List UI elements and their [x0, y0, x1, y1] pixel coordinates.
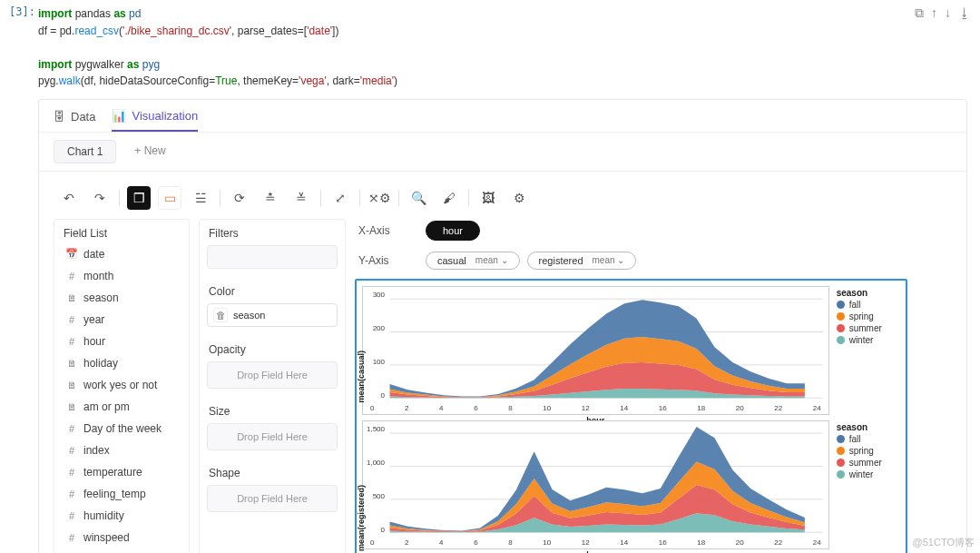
- measure-icon: #: [65, 510, 78, 521]
- measure-icon: #: [65, 271, 78, 281]
- dimension-icon: 🗎: [65, 401, 78, 412]
- measure-icon: #: [65, 445, 78, 456]
- move-up-icon[interactable]: ↑: [931, 5, 937, 20]
- color-title: Color: [207, 283, 338, 303]
- field-list-title: Field List: [54, 220, 189, 243]
- x-axis-label: X-Axis: [358, 224, 409, 237]
- legend: seasonfallspringsummerwinter: [837, 286, 900, 415]
- sort-asc-button[interactable]: ≛: [259, 186, 282, 210]
- opacity-title: Opacity: [207, 341, 338, 361]
- cell-actions: ⧉↑↓⭳: [915, 5, 971, 90]
- y-axis-label: Y-Axis: [358, 254, 409, 267]
- tab-visualization[interactable]: 📊Visualization: [112, 109, 198, 132]
- tab-data[interactable]: 🗄Data: [54, 109, 95, 132]
- field-year[interactable]: #year: [60, 309, 183, 331]
- layers-button[interactable]: ☱: [189, 186, 212, 210]
- shape-title: Shape: [207, 465, 338, 485]
- plot-mean(registered): mean(registered)hour1,5001,0005000024681…: [362, 420, 829, 549]
- undo-button[interactable]: ↶: [57, 186, 81, 210]
- field-humidity[interactable]: #humidity: [60, 505, 183, 527]
- size-title: Size: [207, 403, 338, 423]
- cell-prompt: [3]:: [9, 5, 38, 90]
- y-pill-casual[interactable]: casualmean ⌄: [426, 252, 520, 270]
- y-pill-registered[interactable]: registeredmean ⌄: [527, 252, 637, 270]
- download-icon[interactable]: ⭳: [958, 5, 971, 20]
- plot-mean(casual): mean(casual)hour300200100002468101214161…: [362, 286, 829, 415]
- copy-icon[interactable]: ⧉: [915, 5, 924, 21]
- field-season[interactable]: 🗎season: [60, 287, 183, 309]
- image-button[interactable]: 🖼: [476, 186, 500, 210]
- trash-icon[interactable]: 🗑: [213, 308, 228, 322]
- field-temperature[interactable]: #temperature: [60, 461, 183, 483]
- sort-desc-button[interactable]: ≚: [289, 186, 313, 210]
- field-work-yes-or-not[interactable]: 🗎work yes or not: [60, 374, 183, 396]
- move-down-icon[interactable]: ↓: [945, 5, 951, 20]
- dimension-icon: 🗎: [65, 358, 78, 369]
- opacity-dropzone[interactable]: Drop Field Here: [207, 361, 338, 389]
- field-holiday[interactable]: 🗎holiday: [60, 352, 183, 374]
- x-pill-hour[interactable]: hour: [426, 221, 480, 241]
- select-button[interactable]: ▭: [158, 186, 181, 210]
- date-icon: 📅: [65, 248, 78, 260]
- brush-button[interactable]: 🖌: [437, 186, 461, 210]
- measure-icon: #: [65, 423, 78, 434]
- measure-icon: #: [65, 314, 78, 325]
- field-month[interactable]: #month: [60, 265, 183, 287]
- refresh-button[interactable]: ⟳: [228, 186, 251, 210]
- color-chip-season[interactable]: 🗑 season: [207, 303, 338, 327]
- dimension-icon: 🗎: [65, 380, 78, 390]
- filters-dropzone[interactable]: [207, 245, 338, 269]
- field-winspeed[interactable]: #winspeed: [60, 527, 183, 548]
- field-hour[interactable]: #hour: [60, 331, 183, 352]
- field-index[interactable]: #index: [60, 439, 183, 461]
- filters-title: Filters: [207, 225, 338, 245]
- redo-button[interactable]: ↷: [88, 186, 112, 210]
- measure-icon: #: [65, 467, 78, 478]
- measure-icon: #: [65, 336, 78, 347]
- size-dropzone[interactable]: Drop Field Here: [207, 423, 338, 450]
- chart-canvas[interactable]: mean(casual)hour300200100002468101214161…: [355, 279, 907, 553]
- code-block: import pandas as pd df = pd.read_csv('./…: [38, 5, 915, 90]
- field-am-or-pm[interactable]: 🗎am or pm: [60, 396, 183, 418]
- settings-button[interactable]: ⚙: [507, 186, 531, 210]
- dimension-icon: 🗎: [65, 292, 78, 303]
- field-feeling_temp[interactable]: #feeling_temp: [60, 483, 183, 505]
- field-casual[interactable]: #casual: [60, 548, 183, 553]
- measure-icon: #: [65, 489, 78, 499]
- chart-icon: 📊: [112, 109, 126, 123]
- chart-tab-1[interactable]: Chart 1: [54, 140, 116, 163]
- transpose-button[interactable]: ⤢: [328, 186, 352, 210]
- legend: seasonfallspringsummerwinter: [837, 420, 900, 549]
- field-Day-of-the-week[interactable]: #Day of the week: [60, 418, 183, 439]
- shape-dropzone[interactable]: Drop Field Here: [207, 485, 338, 512]
- output-panel: 🗄Data 📊Visualization Chart 1 + New ↶ ↷ ❒…: [38, 99, 967, 553]
- database-icon: 🗄: [54, 110, 65, 123]
- zoom-button[interactable]: 🔍: [407, 186, 430, 210]
- toolbar: ↶ ↷ ❒ ▭ ☱ ⟳ ≛ ≚ ⤢ ⤧⚙ 🔍 🖌 🖼 ⚙: [54, 181, 907, 219]
- cube-button[interactable]: ❒: [127, 186, 151, 210]
- chart-tab-new[interactable]: + New: [122, 140, 178, 163]
- field-date[interactable]: 📅date: [60, 243, 183, 265]
- watermark: @51CTO博客: [913, 536, 975, 549]
- expand-button[interactable]: ⤧⚙: [368, 186, 391, 210]
- measure-icon: #: [65, 532, 78, 543]
